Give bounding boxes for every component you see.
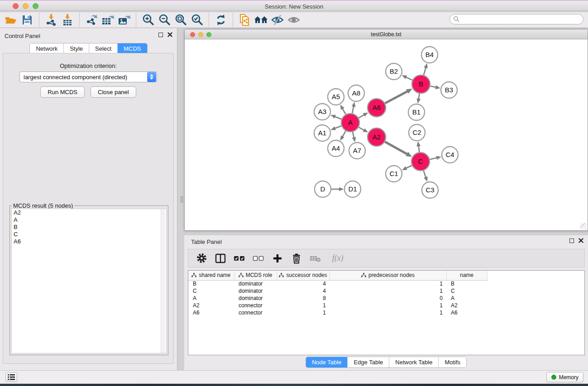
tab-mcds[interactable]: MCDS [118, 43, 147, 54]
mcds-result-item[interactable]: A2 [12, 209, 166, 216]
graph-edge-C-C1[interactable] [406, 166, 412, 168]
run-mcds-button[interactable]: Run MCDS [40, 86, 85, 98]
graph-edge-C-C2[interactable] [419, 146, 420, 152]
graph-edge-A-A6[interactable] [359, 115, 364, 118]
table-row[interactable]: Cdominator41C [188, 287, 584, 295]
close-panel-icon[interactable] [167, 32, 172, 37]
table-cell[interactable]: 1 [277, 309, 330, 316]
column-header-successor-nodes[interactable]: successor nodes [277, 271, 330, 280]
table-row[interactable]: Bdominator41B [188, 280, 584, 287]
tab-style[interactable]: Style [64, 43, 89, 54]
new-network-from-selection-button[interactable] [237, 13, 253, 27]
graph-edge-A-A7[interactable] [353, 132, 354, 137]
graph-edge-A2-C[interactable] [385, 142, 407, 154]
column-view-button[interactable] [213, 252, 228, 265]
hide-selected-button[interactable] [269, 13, 286, 27]
delete-column-button[interactable] [289, 252, 304, 265]
save-session-button[interactable] [19, 13, 35, 27]
graph-edge-B-B3[interactable] [430, 86, 436, 87]
table-cell[interactable]: 4 [277, 287, 330, 295]
table-cell[interactable]: 1 [277, 302, 330, 309]
graph-edge-A-A2[interactable] [359, 127, 364, 130]
zoom-fit-button[interactable] [172, 13, 189, 27]
table-cell[interactable]: 0 [330, 295, 446, 302]
tab-node-table[interactable]: Node Table [306, 357, 348, 367]
list-scrollbar[interactable] [161, 209, 165, 353]
search-input[interactable] [460, 15, 583, 24]
export-image-button[interactable] [116, 13, 132, 27]
network-canvas[interactable]: B4B2BB3A8A5A6A3B1AA1C2A2A4A7C4CC1C3DD1 [185, 40, 587, 230]
graph-edge-A-A8[interactable] [352, 106, 354, 113]
table-cell[interactable]: dominator [234, 287, 277, 295]
import-network-button[interactable] [43, 13, 59, 27]
column-header-mcds-role[interactable]: MCDS role [234, 271, 277, 280]
graph-edge-B-B2[interactable] [406, 77, 412, 80]
close-panel-button[interactable]: Close panel [91, 86, 136, 98]
graph-edge-A-A4[interactable] [343, 131, 346, 137]
table-settings-button[interactable] [194, 252, 209, 265]
export-network-button[interactable] [83, 13, 100, 27]
table-cell[interactable]: 1 [330, 280, 446, 287]
graph-edge-A-A5[interactable] [343, 109, 346, 114]
mcds-result-item[interactable]: C [12, 231, 166, 238]
mcds-result-item[interactable]: B [12, 224, 166, 231]
table-cell[interactable]: A2 [188, 302, 234, 309]
column-header-predecessor-nodes[interactable]: predecessor nodes [330, 271, 446, 280]
close-table-panel-icon[interactable] [578, 238, 583, 243]
memory-status-button[interactable]: Memory [546, 372, 583, 382]
graph-edge-A6-B[interactable] [385, 91, 407, 103]
zoom-in-button[interactable] [140, 13, 156, 27]
table-cell[interactable]: connector [234, 309, 277, 316]
splitter-handle[interactable] [181, 196, 183, 203]
deselect-all-rows-button[interactable] [251, 252, 266, 265]
table-cell[interactable]: 1 [330, 287, 446, 295]
zoom-out-button[interactable] [156, 13, 172, 27]
graph-edge-A-A3[interactable] [335, 117, 341, 119]
zoom-selected-button[interactable] [189, 13, 205, 27]
column-header-name[interactable]: name [446, 271, 487, 280]
table-row[interactable]: A2connector11A2 [188, 302, 584, 309]
mcds-result-item[interactable]: A6 [12, 238, 166, 245]
first-neighbors-button[interactable] [253, 13, 269, 27]
float-table-panel-icon[interactable] [569, 238, 574, 243]
show-all-button[interactable] [286, 13, 302, 27]
table-cell[interactable]: B [188, 280, 234, 287]
table-cell[interactable]: A2 [446, 302, 487, 309]
table-cell[interactable]: A [446, 295, 487, 302]
table-cell[interactable]: dominator [234, 280, 277, 287]
table-cell[interactable]: 1 [330, 309, 446, 316]
table-cell[interactable]: 1 [330, 302, 446, 309]
export-table-button[interactable] [100, 13, 116, 27]
tab-network[interactable]: Network [30, 43, 64, 54]
table-cell[interactable]: 4 [277, 280, 330, 287]
tab-motifs[interactable]: Motifs [439, 357, 466, 367]
select-all-rows-button[interactable] [232, 252, 247, 265]
tab-network-table[interactable]: Network Table [389, 357, 439, 367]
add-column-button[interactable] [270, 252, 285, 265]
tab-select[interactable]: Select [89, 43, 118, 54]
table-cell[interactable]: 8 [277, 295, 330, 302]
delete-table-button-disabled[interactable] [308, 252, 323, 265]
table-cell[interactable]: connector [234, 302, 277, 309]
float-panel-icon[interactable] [158, 33, 163, 37]
apply-layout-button[interactable] [213, 13, 229, 27]
table-row[interactable]: A6connector11A6 [188, 309, 584, 316]
table-cell[interactable]: dominator [234, 295, 277, 302]
table-cell[interactable]: C [446, 287, 487, 295]
function-builder-button-disabled[interactable]: f(x) [327, 252, 349, 265]
table-row[interactable]: Adominator80A [188, 295, 584, 302]
table-cell[interactable]: A [188, 295, 234, 302]
import-table-button[interactable] [59, 13, 76, 27]
graph-edge-A-A1[interactable] [335, 126, 341, 128]
graph-edge-C-C3[interactable] [424, 171, 426, 177]
resize-grip[interactable] [580, 223, 587, 229]
table-cell[interactable]: A6 [446, 309, 487, 316]
mcds-result-item[interactable]: A [12, 216, 166, 224]
open-file-button[interactable] [3, 13, 19, 27]
table-cell[interactable]: A6 [188, 309, 234, 316]
network-graph[interactable]: B4B2BB3A8A5A6A3B1AA1C2A2A4A7C4CC1C3DD1 [185, 40, 588, 230]
show-task-history-button[interactable] [5, 372, 17, 382]
graph-edge-C-C4[interactable] [430, 158, 436, 160]
column-header-shared-name[interactable]: shared name [188, 271, 234, 280]
graph-edge-B-B4[interactable] [424, 68, 426, 75]
